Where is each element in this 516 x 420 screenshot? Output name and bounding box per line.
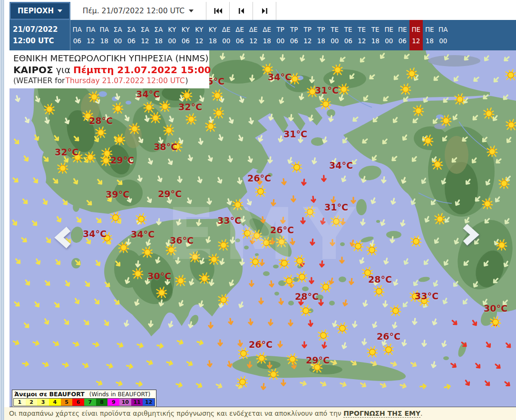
beaufort-scale-cell: 4 [49,399,61,406]
timeline-cell[interactable]: ΣΑ18 [152,20,166,50]
timeline-cell[interactable]: ΤΕ18 [369,20,382,50]
timeline-cell-day: ΣΑ [138,24,152,35]
map-terrain [10,50,516,407]
map-title-en-datetime: Thursday 21.07.2022 12:00 UTC [66,76,185,85]
beaufort-scale-cell: 8 [96,399,108,406]
beaufort-scale-cell: 3 [37,399,49,406]
beaufort-scale-bar: 123456789101112 [13,398,155,406]
region-dropdown-button[interactable]: ΠΕΡΙΟΧΗ [11,3,69,19]
timeline-cell[interactable]: ΠΑ00 [437,20,450,50]
timeline-cell-hour: 18 [152,35,166,47]
timeline-cell[interactable]: ΤΡ12 [301,20,315,50]
timeline-cell[interactable]: ΠΕ18 [423,20,437,50]
step-forward-button[interactable] [253,2,276,20]
timeline-cell[interactable]: ΤΕ06 [341,20,355,50]
toolbar: ΠΕΡΙΟΧΗ Πέμ. 21/07/2022 12:00 UTC [10,2,516,20]
timeline-cell[interactable]: ΔΕ12 [247,20,261,50]
timeline-cell[interactable]: ΠΕ00 [382,20,396,50]
beaufort-scale-cell: 1 [14,399,26,406]
timeline-cell-hour: 00 [220,35,234,47]
region-panel: ΠΕΡΙΟΧΗ [10,2,70,20]
pan-left-button[interactable] [53,225,74,250]
timeline-cell-day: ΤΕ [355,24,369,35]
timeline-cell[interactable]: ΠΑ12 [84,20,98,50]
timeline-cell-day: ΤΕ [369,24,382,35]
timeline-cell-hour: 18 [206,35,220,47]
timeline-cell[interactable]: ΚΥ00 [166,20,179,50]
timeline-cell[interactable]: ΔΕ18 [260,20,274,50]
skip-to-start-icon [214,8,223,14]
timeline-cell[interactable]: ΔΕ00 [220,20,234,50]
timeline-cell[interactable]: ΠΑ18 [97,20,111,50]
timeline-cell[interactable]: ΤΡ00 [274,20,288,50]
step-back-button[interactable] [230,2,253,20]
timeline-cell-hour: 06 [287,35,301,47]
timeline-cell-hour: 00 [382,35,396,47]
timeline-cell[interactable]: ΣΑ00 [111,20,125,50]
timeline-cell[interactable]: ΔΕ06 [233,20,247,50]
timeline-cell-hour: 00 [274,35,288,47]
timeline-cell-day: ΤΡ [314,24,328,35]
timeline-cell-day: ΤΡ [274,24,288,35]
timeline-cell-day: ΤΕ [328,24,342,35]
map-title-for-word: για [56,65,70,75]
timeline-cell[interactable]: ΠΑ06 [70,20,84,50]
timeline-date: 21/07/2022 [13,24,69,35]
timeline-cell[interactable]: ΚΥ06 [179,20,193,50]
map-title-en-suffix: ) [185,76,188,85]
emy-forecast-link[interactable]: ΠΡΟΓΝΩΣΗ ΤΗΣ ΕΜΥ [343,410,420,418]
timeline-cell[interactable]: ΚΥ12 [193,20,206,50]
beaufort-scale-cell: 11 [131,399,143,406]
timeline-cell-day: ΚΥ [166,24,179,35]
timeline-cell-hour: 06 [70,35,84,47]
timeline-cell-day: ΣΑ [111,24,125,35]
timeline-cell-hour: 00 [166,35,179,47]
weather-map: ΕΜΥ 35°C34°C31°C34°C32°C28°C31°C38°C32°C… [10,50,516,407]
timeline-cell-day: ΔΕ [233,24,247,35]
timeline-cell-hour: 12 [138,35,152,47]
beaufort-legend-title-english: (Winds in BEAUFORT) [89,391,150,398]
timeline-cell[interactable]: ΣΑ12 [138,20,152,50]
timeline-cell[interactable]: ΠΕ06 [396,20,409,50]
timeline-cell[interactable]: ΚΥ18 [206,20,220,50]
timeline-time: 12:00 UTC [13,35,69,47]
beaufort-legend-titles: Άνεμοι σε BEAUFORT (Winds in BEAUFORT) [13,391,155,398]
step-back-icon [238,8,245,14]
timeline-cell[interactable]: ΤΡ06 [287,20,301,50]
timeline-cell-hour: 06 [396,35,409,47]
pan-right-button[interactable] [459,222,480,247]
beaufort-scale-cell: 2 [26,399,38,406]
beaufort-scale-cell: 10 [119,399,131,406]
timeline-cell-hour: 00 [111,35,125,47]
timeline-cell-hour: 06 [179,35,193,47]
timeline-cell[interactable]: ΤΕ00 [328,20,342,50]
timeline-cell-day: ΚΥ [179,24,193,35]
timeline-cell-day: ΤΡ [287,24,301,35]
beaufort-scale-cell: 9 [107,399,119,406]
map-title-en-prefix: (WEATHER for [13,76,65,85]
timeline-cell-hour: 06 [233,35,247,47]
timeline-cell-day: ΠΕ [423,24,437,35]
timeline-cell-day: ΤΕ [341,24,355,35]
disclaimer-period: . [420,410,422,417]
map-title-weather-word: ΚΑΙΡΟΣ [13,64,53,76]
timeline-cell[interactable]: ΠΕ12 [409,20,423,50]
weather-app: ΠΕΡΙΟΧΗ Πέμ. 21/07/2022 12:00 UTC [0,0,516,420]
timeline-cell-day: ΔΕ [260,24,274,35]
map-title-forecast: ΚΑΙΡΟΣγιαΠέμπτη 21.07.2022 15:00 [13,64,204,76]
timeline-cell-day: ΠΑ [97,24,111,35]
timeline-cell-day: ΚΥ [206,24,220,35]
timeline-cell[interactable]: ΤΡ18 [314,20,328,50]
region-dropdown-label: ΠΕΡΙΟΧΗ [18,7,54,15]
timeline-cell[interactable]: ΤΕ12 [355,20,369,50]
beaufort-scale-cell: 7 [84,399,96,406]
datetime-label: Πέμ. 21/07/2022 12:00 UTC [83,7,185,15]
timeline-current-datetime: 21/07/2022 12:00 UTC [13,24,69,47]
timeline-cell-day: ΠΑ [437,24,450,35]
timeline-cell[interactable]: ΣΑ06 [125,20,138,50]
timeline-cell-day: ΠΕ [409,24,423,35]
timeline-cell-day: ΠΑ [84,24,98,35]
skip-to-start-button[interactable] [206,2,230,20]
datetime-selector[interactable]: Πέμ. 21/07/2022 12:00 UTC [70,2,206,20]
timeline-cell-day: ΠΕ [382,24,396,35]
